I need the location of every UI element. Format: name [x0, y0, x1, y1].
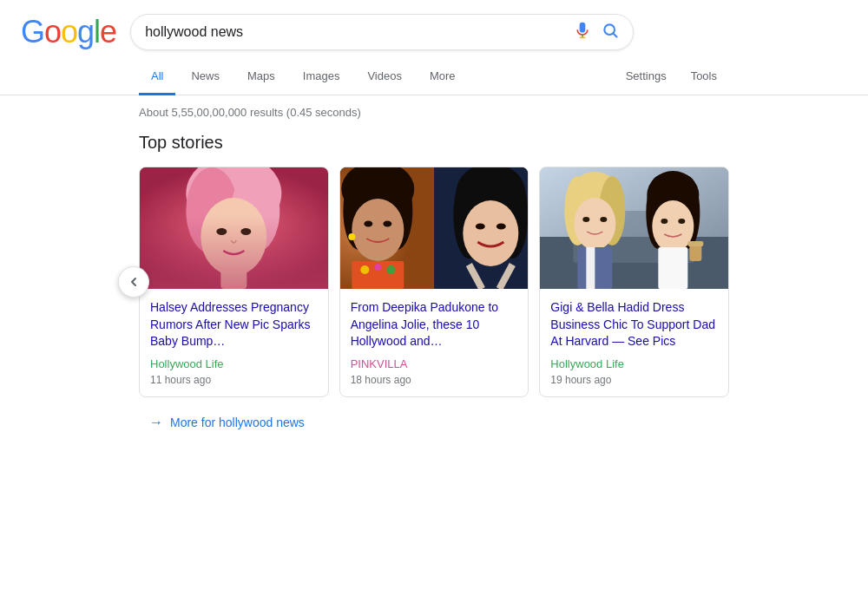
nav-item-all[interactable]: All [139, 59, 175, 95]
story-card-2[interactable]: From Deepika Padukone to Angelina Jolie,… [339, 167, 529, 397]
story-content-1: Halsey Addresses Pregnancy Rumors After … [140, 289, 328, 396]
svg-line-3 [614, 34, 617, 37]
svg-point-10 [240, 228, 251, 235]
svg-point-19 [364, 221, 372, 227]
svg-point-9 [216, 228, 227, 235]
search-input[interactable]: hollywood news [145, 24, 574, 40]
header: Google hollywood news [0, 0, 868, 50]
svg-point-20 [383, 221, 391, 227]
nav-item-videos[interactable]: Videos [355, 59, 414, 95]
svg-point-30 [476, 224, 485, 230]
svg-rect-51 [688, 241, 704, 246]
nav-item-maps[interactable]: Maps [235, 59, 287, 95]
story-source-3: Hollywood Life [550, 357, 718, 370]
svg-rect-42 [587, 247, 595, 289]
nav-item-settings[interactable]: Settings [614, 59, 679, 95]
search-bar[interactable]: hollywood news [130, 14, 634, 50]
microphone-icon[interactable] [574, 22, 591, 43]
story-content-2: From Deepika Padukone to Angelina Jolie,… [340, 289, 529, 396]
story-content-3: Gigi & Bella Hadid Dress Business Chic T… [540, 289, 728, 396]
story-title-1[interactable]: Halsey Addresses Pregnancy Rumors After … [150, 299, 318, 350]
svg-rect-11 [220, 270, 247, 289]
story-time-1: 11 hours ago [150, 374, 318, 386]
story-image-3 [540, 167, 728, 289]
nav-right: Settings Tools [614, 59, 729, 95]
search-nav: All News Maps Images Videos More Setting… [0, 59, 868, 95]
more-for-hollywood-news-link[interactable]: → More for hollywood news [139, 415, 729, 430]
svg-point-31 [496, 224, 506, 230]
story-card-1[interactable]: Halsey Addresses Pregnancy Rumors After … [139, 167, 329, 397]
story-source-2: PINKVILLA [351, 357, 518, 370]
svg-point-38 [575, 198, 616, 250]
results-area: About 5,55,00,00,000 results (0.45 secon… [0, 95, 868, 430]
story-title-2[interactable]: From Deepika Padukone to Angelina Jolie,… [351, 299, 518, 350]
result-count: About 5,55,00,00,000 results (0.45 secon… [139, 106, 729, 119]
story-image-2 [340, 167, 529, 289]
story-title-3[interactable]: Gigi & Bella Hadid Dress Business Chic T… [550, 299, 718, 350]
search-submit-icon[interactable] [602, 22, 619, 43]
svg-point-46 [653, 200, 694, 252]
search-icon-group [574, 22, 619, 43]
nav-item-images[interactable]: Images [291, 59, 352, 95]
svg-point-8 [201, 198, 266, 276]
svg-point-47 [661, 219, 668, 224]
story-time-3: 19 hours ago [550, 374, 718, 386]
nav-item-news[interactable]: News [179, 59, 232, 95]
svg-point-29 [463, 200, 518, 266]
back-button[interactable] [118, 266, 149, 298]
arrow-right-icon: → [149, 415, 163, 430]
nav-item-tools[interactable]: Tools [679, 59, 729, 95]
story-time-2: 18 hours ago [351, 374, 518, 386]
svg-point-39 [583, 217, 590, 222]
story-image-1 [140, 167, 328, 289]
stories-container: Halsey Addresses Pregnancy Rumors After … [139, 167, 729, 397]
more-link-text: More for hollywood news [170, 416, 305, 429]
svg-point-22 [360, 265, 369, 274]
svg-point-17 [352, 199, 404, 261]
nav-item-more[interactable]: More [418, 59, 468, 95]
svg-point-18 [348, 233, 355, 240]
story-card-3[interactable]: Gigi & Bella Hadid Dress Business Chic T… [539, 167, 729, 397]
story-source-1: Hollywood Life [150, 357, 318, 370]
top-stories-title: Top stories [139, 133, 729, 153]
svg-point-23 [374, 264, 381, 271]
svg-point-24 [386, 265, 395, 274]
svg-rect-49 [659, 247, 688, 289]
svg-point-48 [679, 219, 686, 224]
svg-point-40 [601, 217, 608, 222]
google-logo[interactable]: Google [21, 14, 116, 50]
